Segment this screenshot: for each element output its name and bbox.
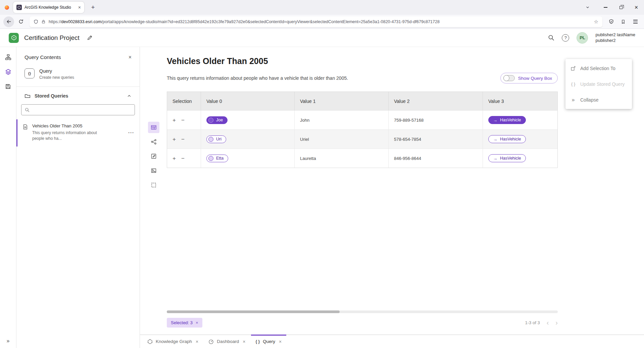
main-area: » Query Contents × {} Query Create new q… [0, 47, 644, 348]
knowledge-graph-icon [147, 339, 153, 344]
tab-close-icon[interactable]: × [78, 5, 81, 10]
arrow-right-icon: → [493, 156, 497, 161]
map-view-icon[interactable] [148, 165, 159, 176]
table-footer: Selected: 3 × 1-3 of 3 ‹ › [167, 313, 558, 332]
column-header-value2[interactable]: Value 2 [389, 92, 483, 110]
remove-selection-icon[interactable]: − [181, 117, 185, 123]
select-region-icon[interactable] [148, 179, 159, 191]
save-icon[interactable] [2, 80, 14, 93]
tab-favicon-icon [16, 5, 22, 10]
restore-button[interactable] [613, 0, 629, 15]
tab-strip: ArcGIS Knowledge Studio × + × [0, 0, 644, 15]
help-icon[interactable]: ? [562, 34, 569, 42]
table-cell: 846-956-8644 [389, 149, 483, 168]
protections-icon[interactable] [606, 16, 616, 27]
relationship-pill[interactable]: →HasVehicle [488, 154, 526, 162]
browser-tab[interactable]: ArcGIS Knowledge Studio × [13, 2, 84, 13]
avatar[interactable]: PL [577, 32, 588, 44]
pagination: 1-3 of 3 ‹ › [525, 319, 558, 326]
column-header-selection[interactable]: Selection [167, 92, 201, 110]
tab-close-icon[interactable]: × [279, 339, 282, 344]
description-row: This query returns information about peo… [167, 73, 558, 83]
tab-query[interactable]: { } Query × [251, 335, 287, 348]
user-info[interactable]: publisher2 lastName publisher2 [595, 32, 635, 44]
query-contents-panel: Query Contents × {} Query Create new que… [16, 47, 140, 348]
link-chart-view-icon[interactable] [148, 136, 159, 148]
stored-query-text: Vehicles Older Than 2005 This query retu… [32, 123, 103, 142]
new-tab-button[interactable]: + [88, 4, 98, 11]
panel-close-icon[interactable]: × [129, 54, 132, 60]
stored-query-item[interactable]: Vehicles Older Than 2005 This query retu… [16, 119, 140, 147]
arrow-right-icon: → [493, 137, 497, 141]
edit-view-icon[interactable] [148, 151, 159, 162]
stored-queries-search[interactable] [21, 104, 135, 115]
tab-dashboard[interactable]: Dashboard × [204, 335, 250, 348]
search-icon[interactable] [548, 35, 554, 41]
user-name: publisher2 lastName [595, 32, 635, 38]
minimize-button[interactable] [598, 0, 613, 15]
column-header-value1[interactable]: Value 1 [295, 92, 389, 110]
new-query-item[interactable]: {} Query Create new queries [16, 66, 140, 87]
add-selection-icon[interactable]: + [172, 136, 176, 142]
new-query-subtitle: Create new queries [39, 75, 74, 80]
search-input[interactable] [32, 107, 131, 112]
edit-title-icon[interactable] [87, 35, 93, 41]
relationship-pill[interactable]: →HasVehicle [488, 135, 526, 143]
toggle-knob [503, 75, 509, 81]
clear-selection-icon[interactable]: × [196, 320, 198, 325]
selected-count-chip[interactable]: Selected: 3 × [167, 318, 202, 328]
entity-pill[interactable]: Etta [206, 155, 228, 162]
tab-close-icon[interactable]: × [196, 339, 198, 344]
chevron-up-icon[interactable] [127, 94, 132, 98]
entity-pill[interactable]: Joe [206, 116, 228, 124]
menu-item-label: Update Stored Query [580, 81, 625, 87]
selected-count-label: Selected: 3 [171, 320, 193, 325]
selection-context-menu: Add Selection To { } Update Stored Query… [565, 59, 632, 109]
column-header-value3[interactable]: Value 3 [483, 92, 557, 110]
menu-icon[interactable] [630, 16, 641, 27]
refresh-button[interactable] [15, 16, 26, 27]
tab-knowledge-graph[interactable]: Knowledge Graph × [143, 335, 203, 348]
menu-item-add-selection-to[interactable]: Add Selection To [565, 60, 632, 76]
address-bar[interactable]: https://dev0028833.esri.com/portal/apps/… [30, 16, 602, 27]
firefox-icon[interactable] [5, 5, 9, 10]
table-empty-space [167, 168, 558, 310]
braces-icon: { } [256, 339, 260, 344]
toggle-label: Show Query Box [518, 76, 552, 81]
bookmark-star-icon[interactable]: ☆ [594, 19, 598, 25]
menu-item-update-stored-query[interactable]: { } Update Stored Query [565, 76, 632, 92]
previous-page-icon[interactable]: ‹ [547, 319, 549, 326]
toggle-switch[interactable] [503, 75, 515, 81]
horizontal-scrollbar[interactable] [167, 310, 558, 313]
add-selection-icon[interactable]: + [172, 117, 176, 123]
library-icon[interactable] [618, 16, 629, 27]
permissions-shield-icon[interactable] [34, 19, 38, 24]
relationship-pill[interactable]: →HasVehicle [488, 116, 526, 124]
tab-close-icon[interactable]: × [243, 339, 245, 344]
layers-icon[interactable] [2, 66, 14, 78]
table-view-icon[interactable] [148, 122, 159, 133]
remove-selection-icon[interactable]: − [181, 136, 185, 142]
menu-item-collapse[interactable]: » Collapse [565, 92, 632, 108]
scrollbar-thumb[interactable] [167, 310, 340, 313]
panel-header: Query Contents × [16, 47, 140, 66]
expand-panel-icon[interactable]: » [7, 338, 10, 344]
query-description: This query returns information about peo… [167, 75, 348, 81]
show-query-box-toggle[interactable]: Show Query Box [500, 73, 558, 83]
data-model-icon[interactable] [2, 51, 14, 63]
column-header-value0[interactable]: Value 0 [201, 92, 295, 110]
tab-label: Knowledge Graph [156, 339, 192, 344]
back-button[interactable] [3, 16, 14, 27]
lock-icon[interactable] [41, 19, 46, 24]
window-close-button[interactable]: × [629, 0, 644, 15]
arcgis-knowledge-logo-icon[interactable] [9, 33, 19, 43]
item-options-icon[interactable]: ··· [128, 130, 134, 135]
entity-pill[interactable]: Uri [206, 135, 226, 143]
next-page-icon[interactable]: › [555, 319, 558, 326]
remove-selection-icon[interactable]: − [181, 156, 185, 161]
menu-item-label: Add Selection To [580, 66, 615, 71]
add-selection-icon[interactable]: + [172, 156, 176, 161]
stored-queries-header[interactable]: Stored Queries [16, 87, 140, 102]
list-all-tabs-icon[interactable] [582, 2, 593, 13]
results-table-area: Selection Value 0 Value 1 Value 2 Value … [167, 92, 558, 332]
